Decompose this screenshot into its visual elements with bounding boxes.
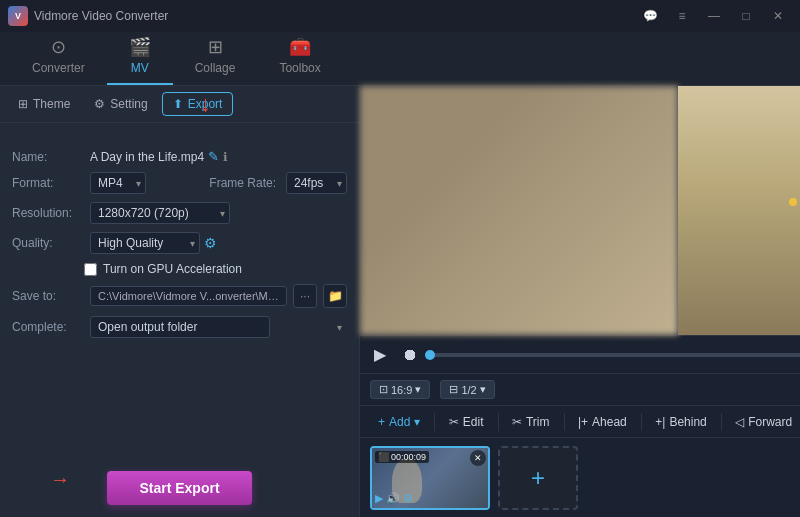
complete-label: Complete: (12, 320, 84, 334)
ahead-icon: |+ (578, 415, 588, 429)
saveto-path: C:\Vidmore\Vidmore V...onverter\MV Expor… (90, 286, 287, 306)
app-title: Vidmore Video Converter (34, 9, 630, 23)
main-layout: ⊞ Theme ⚙ Setting ⬆ Export ↓ Name: A Day… (0, 86, 800, 517)
mv-icon: 🎬 (129, 36, 151, 58)
quality-label: Quality: (12, 236, 84, 250)
titlebar: V Vidmore Video Converter 💬 ≡ — □ ✕ (0, 0, 800, 32)
name-row: Name: A Day in the Life.mp4 ✎ ℹ (12, 149, 347, 164)
framerate-select[interactable]: 24fps (286, 172, 347, 194)
forward-icon: ◁ (735, 415, 744, 429)
app-logo: V (8, 6, 28, 26)
framerate-label: Frame Rate: (209, 176, 276, 190)
resolution-label: Resolution: (12, 206, 84, 220)
saveto-label: Save to: (12, 289, 84, 303)
ratio-btn[interactable]: ⊡ 16:9 ▾ (370, 380, 430, 399)
player-controls: ▶ ⏺ 00:00:00.00/00:00:59.18 🔊 (360, 335, 800, 373)
tab-mv-label: MV (131, 61, 149, 75)
format-label: Format: (12, 176, 84, 190)
name-value: A Day in the Life.mp4 ✎ ℹ (90, 149, 347, 164)
progress-bar[interactable] (430, 353, 800, 357)
sub-tab-theme[interactable]: ⊞ Theme (8, 93, 80, 115)
add-label: Add (389, 415, 410, 429)
ratio-chevron: ▾ (415, 383, 421, 396)
format-select[interactable]: MP4 (90, 172, 146, 194)
tab-converter-label: Converter (32, 61, 85, 75)
minimize-btn[interactable]: — (700, 6, 728, 26)
export-btn-area: → Start Export (0, 455, 359, 517)
stop-btn[interactable]: ⏺ (398, 344, 422, 366)
ratio-label: 16:9 (391, 384, 412, 396)
edit-btn[interactable]: ✂ Edit (439, 411, 494, 433)
clip-vol-icon[interactable]: 🔊 (386, 492, 400, 505)
maximize-btn[interactable]: □ (732, 6, 760, 26)
menu-btn[interactable]: ≡ (668, 6, 696, 26)
chat-btn[interactable]: 💬 (636, 6, 664, 26)
sub-tab-theme-label: Theme (33, 97, 70, 111)
dot-left (789, 198, 797, 206)
name-text: A Day in the Life.mp4 (90, 150, 204, 164)
add-btn[interactable]: + Add ▾ (368, 411, 430, 433)
quality-select[interactable]: High Quality (90, 232, 200, 254)
name-label: Name: (12, 150, 84, 164)
clip-close-btn[interactable]: ✕ (470, 450, 486, 466)
clip-controls: ▶ 🔊 ⚙ (375, 492, 413, 505)
resolution-select[interactable]: 1280x720 (720p) (90, 202, 230, 224)
saveto-more-btn[interactable]: ··· (293, 284, 317, 308)
ahead-btn[interactable]: |+ Ahead (568, 411, 637, 433)
fraction-chevron: ▾ (480, 383, 486, 396)
behind-icon: +| (655, 415, 665, 429)
add-clip-btn[interactable]: + (498, 446, 578, 510)
ratio-icon: ⊡ (379, 383, 388, 396)
complete-select[interactable]: Open output folder (90, 316, 270, 338)
fraction-label: 1/2 (461, 384, 476, 396)
sub-tab-setting[interactable]: ⚙ Setting (84, 93, 157, 115)
close-btn[interactable]: ✕ (764, 6, 792, 26)
player-bar2: ⊡ 16:9 ▾ ⊟ 1/2 ▾ Start Export (360, 373, 800, 405)
blurred-thumb (360, 86, 678, 335)
sub-tabs: ⊞ Theme ⚙ Setting ⬆ Export (0, 86, 359, 123)
fraction-icon: ⊟ (449, 383, 458, 396)
gpu-checkbox[interactable] (84, 263, 97, 276)
forward-btn[interactable]: ◁ Forward (725, 411, 800, 433)
right-panel: day ▶ ⏺ 00:00:00.00/00:00:59.18 🔊 (360, 86, 800, 517)
preview-left (360, 86, 678, 335)
behind-btn[interactable]: +| Behind (645, 411, 717, 433)
add-clip-icon: + (531, 464, 545, 492)
edit-label: Edit (463, 415, 484, 429)
tab-mv[interactable]: 🎬 MV (107, 30, 173, 85)
arrow-right-indicator: → (50, 469, 70, 489)
clip-time: ⬛ 00:00:09 (375, 451, 429, 463)
tab-toolbox-label: Toolbox (279, 61, 320, 75)
tab-converter[interactable]: ⊙ Converter (10, 30, 107, 85)
timeline: ✕ ⬛ 00:00:09 ▶ 🔊 ⚙ + (360, 437, 800, 517)
resolution-select-wrap: 1280x720 (720p) (90, 202, 230, 224)
fraction-btn[interactable]: ⊟ 1/2 ▾ (440, 380, 494, 399)
framerate-select-wrap: 24fps (286, 172, 347, 194)
start-export-button[interactable]: Start Export (107, 471, 251, 505)
gpu-row: Turn on GPU Acceleration (84, 262, 347, 276)
edit-name-btn[interactable]: ✎ (208, 149, 219, 164)
quality-settings-btn[interactable]: ⚙ (204, 235, 217, 251)
resolution-value: 1280x720 (720p) (90, 202, 347, 224)
sub-tab-export-label: Export (188, 97, 223, 111)
gpu-label[interactable]: Turn on GPU Acceleration (103, 262, 242, 276)
saveto-folder-btn[interactable]: 📁 (323, 284, 347, 308)
tab-collage[interactable]: ⊞ Collage (173, 30, 258, 85)
export-form: Name: A Day in the Life.mp4 ✎ ℹ Format: … (0, 139, 359, 455)
room-scene: day (678, 86, 800, 335)
info-btn[interactable]: ℹ (223, 150, 228, 164)
left-panel: ⊞ Theme ⚙ Setting ⬆ Export ↓ Name: A Day… (0, 86, 360, 517)
saveto-row: Save to: C:\Vidmore\Vidmore V...onverter… (12, 284, 347, 308)
nav-tabs: ⊙ Converter 🎬 MV ⊞ Collage 🧰 Toolbox (0, 32, 800, 86)
edit-icon: ✂ (449, 415, 459, 429)
clip-settings-icon[interactable]: ⚙ (403, 492, 413, 505)
video-preview: day (360, 86, 800, 335)
tab-toolbox[interactable]: 🧰 Toolbox (257, 30, 342, 85)
sub-tab-export[interactable]: ⬆ Export (162, 92, 234, 116)
trim-icon: ✂ (512, 415, 522, 429)
complete-row: Complete: Open output folder (12, 316, 347, 338)
clip-play-icon[interactable]: ▶ (375, 492, 383, 505)
play-btn[interactable]: ▶ (370, 343, 390, 366)
trim-btn[interactable]: ✂ Trim (502, 411, 560, 433)
add-chevron-icon: ▾ (414, 415, 420, 429)
